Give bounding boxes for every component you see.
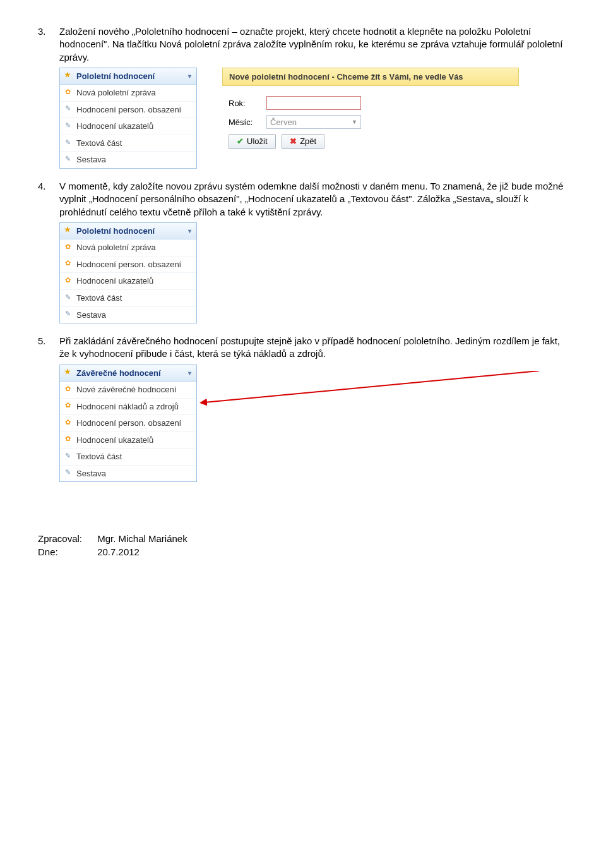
step5-number: 5. [38, 335, 46, 347]
dne-label: Dne: [38, 546, 95, 558]
menu-item-label: Sestava [76, 469, 106, 478]
step4-text: V momentě, kdy založíte novou zprávu sys… [59, 181, 563, 217]
money-icon: ✿ [62, 401, 73, 411]
highlight-arrow-icon [198, 371, 552, 447]
form-title: Nové pololetní hodnocení - Chceme žít s … [222, 68, 519, 87]
menu-item-textova-cast[interactable]: ✎ Textová část [60, 135, 196, 152]
menu-item-sestava[interactable]: ✎ Sestava [60, 152, 196, 168]
rok-input[interactable] [266, 96, 361, 110]
menu-item-hodnoceni-person[interactable]: ✿ Hodnocení person. obsazení [60, 256, 196, 274]
step3-paragraph: 3. Založení nového „Pololetního hodnocen… [38, 25, 568, 64]
chart-icon: ✿ [62, 275, 73, 285]
menu-header-label: Pololetní hodnocení [76, 71, 155, 81]
menu-item-label: Hodnocení person. obsazení [76, 418, 181, 428]
menu-item-hodnoceni-ukazatelu[interactable]: ✎ Hodnocení ukazatelů [60, 118, 196, 135]
report-icon: ✎ [62, 467, 73, 478]
menu-item-label: Hodnocení ukazatelů [76, 435, 153, 445]
chevron-down-icon: ▼ [352, 118, 357, 126]
report-icon: ✎ [62, 154, 73, 164]
step3-text: Založení nového „Pololetního hodnocení –… [59, 26, 562, 63]
mesic-label: Měsíc: [229, 117, 266, 128]
menu-header-label: Závěrečné hodnocení [76, 368, 161, 378]
menu-header-label: Pololetní hodnocení [76, 226, 155, 236]
save-button[interactable]: ✔ Uložit [229, 134, 276, 149]
menu-item-textova-cast[interactable]: ✎ Textová část [60, 449, 196, 466]
menu-item-hodnoceni-ukazatelu[interactable]: ✿ Hodnocení ukazatelů [60, 273, 196, 290]
zpracoval-label: Zpracoval: [38, 533, 95, 545]
text-icon: ✎ [62, 292, 73, 302]
menu-item-label: Sestava [76, 310, 106, 320]
svg-line-0 [205, 371, 539, 402]
menu-pololetni-2: ★ Pololetní hodnocení ▾ ✿ Nová pololetní… [59, 222, 197, 323]
menu-item-label: Textová část [76, 452, 122, 461]
menu-item-label: Nová pololetní zpráva [76, 243, 156, 252]
chevron-down-icon: ▾ [188, 369, 191, 378]
back-label: Zpět [300, 136, 316, 147]
rok-label: Rok: [229, 98, 266, 109]
menu-item-label: Nové závěrečné hodnocení [76, 385, 176, 394]
close-icon: ✖ [290, 136, 297, 147]
person-icon: ✿ [62, 417, 73, 427]
chart-icon: ✿ [62, 434, 73, 444]
chart-icon: ✎ [62, 120, 73, 130]
step4-paragraph: 4. V momentě, kdy založíte novou zprávu … [38, 180, 568, 219]
menu-item-nove-zaverecne[interactable]: ✿ Nové závěrečné hodnocení [60, 382, 196, 399]
form-new-hodnoceni: Nové pololetní hodnocení - Chceme žít s … [222, 68, 519, 155]
menu-item-label: Hodnocení person. obsazení [76, 260, 181, 269]
star-icon: ★ [62, 70, 73, 80]
text-icon: ✎ [62, 450, 73, 461]
step3-number: 3. [38, 25, 46, 38]
menu-item-hodnoceni-ukazatelu[interactable]: ✿ Hodnocení ukazatelů [60, 432, 196, 449]
dne-value: 20.7.2012 [97, 546, 140, 557]
step3-screenshot: ★ Pololetní hodnocení ▾ ✿ Nová pololetní… [59, 68, 568, 169]
step5-paragraph: 5. Při zakládání závěrečného hodnocení p… [38, 335, 568, 361]
menu-item-label: Hodnocení nákladů a zdrojů [76, 402, 179, 411]
menu-item-sestava[interactable]: ✎ Sestava [60, 307, 196, 323]
chevron-down-icon: ▾ [188, 72, 191, 81]
back-button[interactable]: ✖ Zpět [282, 134, 324, 149]
document-footer: Zpracoval: Mgr. Michal Mariánek Dne: 20.… [38, 533, 568, 558]
star-icon: ★ [62, 367, 73, 377]
text-icon: ✎ [62, 137, 73, 147]
gear-icon: ✿ [62, 87, 73, 97]
save-label: Uložit [247, 136, 268, 147]
menu-item-label: Nová pololetní zpráva [76, 88, 156, 97]
menu-item-label: Textová část [76, 293, 122, 303]
menu-item-nova-zprava[interactable]: ✿ Nová pololetní zpráva [60, 239, 196, 256]
menu-item-hodnoceni-nakladu[interactable]: ✿ Hodnocení nákladů a zdrojů [60, 399, 196, 416]
menu-item-label: Hodnocení ukazatelů [76, 121, 153, 131]
menu-header[interactable]: ★ Pololetní hodnocení ▾ [60, 68, 196, 85]
zpracoval-value: Mgr. Michal Mariánek [97, 533, 187, 544]
menu-header[interactable]: ★ Pololetní hodnocení ▾ [60, 223, 196, 240]
mesic-value: Červen [270, 117, 297, 128]
step4-number: 4. [38, 180, 46, 193]
gear-icon: ✿ [62, 241, 73, 251]
menu-item-label: Sestava [76, 155, 106, 164]
step5-text: Při zakládání závěrečného hodnocení post… [59, 335, 560, 359]
menu-zaverecne: ★ Závěrečné hodnocení ▾ ✿ Nové závěrečné… [59, 365, 197, 483]
chevron-down-icon: ▾ [188, 227, 191, 236]
person-icon: ✿ [62, 258, 73, 268]
report-icon: ✎ [62, 309, 73, 319]
menu-item-label: Hodnocení person. obsazení [76, 105, 181, 114]
step5-screenshot: ★ Závěrečné hodnocení ▾ ✿ Nové závěrečné… [59, 365, 568, 483]
star-icon: ★ [62, 225, 73, 235]
menu-item-label: Hodnocení ukazatelů [76, 276, 153, 286]
menu-item-label: Textová část [76, 138, 122, 148]
mesic-select[interactable]: Červen ▼ [266, 115, 361, 129]
menu-item-hodnoceni-person[interactable]: ✎ Hodnocení person. obsazení [60, 102, 196, 119]
menu-item-nova-zprava[interactable]: ✿ Nová pololetní zpráva [60, 85, 196, 102]
menu-item-sestava[interactable]: ✎ Sestava [60, 466, 196, 482]
menu-item-hodnoceni-person[interactable]: ✿ Hodnocení person. obsazení [60, 415, 196, 432]
menu-item-textova-cast[interactable]: ✎ Textová část [60, 290, 196, 307]
menu-pololetni-1: ★ Pololetní hodnocení ▾ ✿ Nová pololetní… [59, 68, 197, 169]
gear-icon: ✿ [62, 383, 73, 394]
check-icon: ✔ [237, 136, 244, 147]
person-icon: ✎ [62, 104, 73, 114]
menu-header[interactable]: ★ Závěrečné hodnocení ▾ [60, 365, 196, 382]
